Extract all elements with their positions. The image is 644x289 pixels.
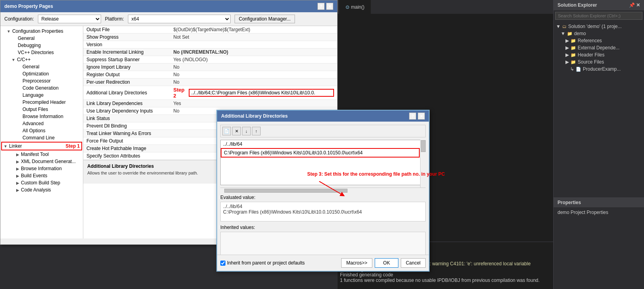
se-producer-example[interactable]: ↳ 📄 ProducerExamp... xyxy=(554,66,644,73)
lib-down-button[interactable]: ↓ xyxy=(242,127,251,135)
prop-name: Use Library Dependency Inputs xyxy=(83,107,170,115)
prop-value-highlighted[interactable]: Step 2 xyxy=(170,86,337,100)
tree-vcpp-dirs[interactable]: VC++ Directories xyxy=(0,49,83,56)
tree-xml-doc[interactable]: XML Document Generat... xyxy=(0,158,83,165)
tree-advanced[interactable]: Advanced xyxy=(0,120,83,127)
tree-build-events-label: Build Events xyxy=(21,173,47,178)
se-solution-label: Solution 'demo' (1 proje... xyxy=(568,24,621,29)
tree-cpp[interactable]: C/C++ xyxy=(0,56,83,63)
tree-optimization[interactable]: Optimization xyxy=(0,70,83,77)
se-external-deps[interactable]: ▶ 📁 External Depende... xyxy=(554,44,644,51)
output-line6: Finished generating code xyxy=(340,272,551,278)
lib-dialog-footer: Inherit from parent or project defaults … xyxy=(217,255,429,271)
tree-config-properties[interactable]: Configuration Properties xyxy=(0,28,83,35)
tree-precompiled-header[interactable]: Precompiled Header xyxy=(0,99,83,106)
prop-name: Link Status xyxy=(83,115,170,122)
tree-cmd-line-label: Command Line xyxy=(23,135,54,141)
tree-code-analysis[interactable]: Code Analysis xyxy=(0,186,83,193)
lib-list[interactable]: ../../lib/64 C:\Program Files (x86)\Wind… xyxy=(220,140,426,185)
prop-name: Prevent Dll Binding xyxy=(83,122,170,130)
tree-advanced-label: Advanced xyxy=(23,121,43,126)
additional-lib-dirs-input[interactable] xyxy=(189,89,334,97)
header-files-icon: 📁 xyxy=(571,53,576,58)
cpp-arrow xyxy=(11,58,15,62)
prop-name: Register Output xyxy=(83,71,170,79)
vs-tab-label: main() xyxy=(351,4,364,10)
tree-code-generation[interactable]: Code Generation xyxy=(0,84,83,92)
lib-list-item[interactable]: ../../lib/64 xyxy=(221,140,420,148)
tree-browse-info2[interactable]: Browse Information xyxy=(0,165,83,172)
macros-button[interactable]: Macros>> xyxy=(341,258,372,268)
tree-precomp-label: Precompiled Header xyxy=(23,99,66,105)
tree-build-events[interactable]: Build Events xyxy=(0,172,83,179)
lib-new-button[interactable]: 📄 xyxy=(222,127,231,135)
close-button[interactable]: ✕ xyxy=(326,3,333,10)
tree-code-gen-label: Code Generation xyxy=(23,85,58,91)
lib-scrollbar-v xyxy=(420,140,426,188)
se-producer-label: ProducerExamp... xyxy=(583,66,621,72)
manifest-tool-arrow xyxy=(16,152,19,157)
se-solution[interactable]: ▼ 🗂 Solution 'demo' (1 proje... xyxy=(554,23,644,30)
tree-general[interactable]: General xyxy=(0,35,83,42)
se-references[interactable]: ▶ 📁 References xyxy=(554,37,644,44)
lib-help-button[interactable]: ? xyxy=(409,113,416,120)
tree-panel: Configuration Properties General Debuggi… xyxy=(0,26,83,238)
lib-list-item-highlighted[interactable]: C:\Program Files (x86)\Windows Kits\10\L… xyxy=(221,148,420,158)
prop-name: Specify Section Attributes xyxy=(83,152,170,160)
lib-up-button[interactable]: ↑ xyxy=(252,127,261,135)
tree-debugging-label: Debugging xyxy=(18,43,41,48)
se-references-label: References xyxy=(578,38,602,43)
prop-value: Yes (/NOLOGO) xyxy=(170,56,337,64)
lib-dialog-content: 📄 ✕ ↓ ↑ ../../lib/64 C:\Program Files (x… xyxy=(217,122,429,263)
tree-browse-info2-label: Browse Information xyxy=(21,166,62,171)
tree-custom-build-label: Custom Build Step xyxy=(21,180,60,186)
inherit-checkbox[interactable] xyxy=(220,261,225,266)
vs-tab-icon: ⊙ xyxy=(345,4,349,10)
configuration-select[interactable]: Release xyxy=(38,15,101,23)
tree-language[interactable]: Language xyxy=(0,92,83,99)
se-project-demo[interactable]: ▼ 📁 demo xyxy=(554,30,644,37)
eval-line2: C:\Program Files (x86)\Windows Kits\10\L… xyxy=(223,209,423,215)
lib-scrollbar-thumb[interactable] xyxy=(421,140,426,152)
tree-output-files[interactable]: Output Files xyxy=(0,106,83,113)
se-ext-deps-label: External Depende... xyxy=(578,45,620,51)
tree-manifest-tool[interactable]: Manifest Tool xyxy=(0,151,83,158)
se-close-button[interactable]: ✕ xyxy=(636,2,640,8)
eval-line1: ../../lib/64 xyxy=(223,204,423,209)
inherited-section: Inherited values: xyxy=(220,225,426,259)
tree-command-line[interactable]: Command Line xyxy=(0,134,83,141)
tree-custom-build[interactable]: Custom Build Step xyxy=(0,179,83,186)
titlebar-buttons: ? ✕ xyxy=(317,3,333,10)
se-header-files[interactable]: ▶ 📁 Header Files xyxy=(554,51,644,58)
header-files-arrow: ▶ xyxy=(565,52,569,58)
solution-explorer: Solution Explorer 📌 ✕ ▼ 🗂 Solution 'demo… xyxy=(553,0,644,197)
tree-browse-info[interactable]: Browse Information xyxy=(0,113,83,120)
ok-button[interactable]: OK xyxy=(375,258,398,268)
platform-select[interactable]: x64 xyxy=(128,15,231,23)
browse-info2-arrow xyxy=(16,167,19,171)
prop-name: Version xyxy=(83,41,170,49)
config-manager-button[interactable]: Configuration Manager... xyxy=(235,15,295,23)
tree-preprocessor[interactable]: Preprocessor xyxy=(0,77,83,84)
vs-tab-main[interactable]: ⊙ main() xyxy=(339,0,371,14)
se-pin-button[interactable]: 📌 xyxy=(629,2,635,8)
properties-content: demo Project Properties xyxy=(554,207,644,218)
tree-debugging[interactable]: Debugging xyxy=(0,42,83,49)
step3-label: Step 3: Set this for the corresponding f… xyxy=(307,171,445,177)
table-row: Register Output No xyxy=(83,71,337,79)
se-search-input[interactable] xyxy=(555,12,642,20)
tree-cpp-general[interactable]: General xyxy=(0,63,83,70)
tree-linker[interactable]: Linker Step 1 xyxy=(1,142,82,150)
table-row: Ignore Import Library No xyxy=(83,64,337,71)
lib-close-button[interactable]: ✕ xyxy=(418,113,425,120)
cancel-button[interactable]: Cancel xyxy=(401,258,426,268)
se-source-files[interactable]: ▶ 📁 Source Files xyxy=(554,58,644,66)
lib-delete-button[interactable]: ✕ xyxy=(232,127,241,135)
dialog-toolbar: Configuration: Release Platform: x64 Con… xyxy=(0,12,337,26)
properties-header: Properties xyxy=(554,198,644,207)
tree-all-options[interactable]: All Options xyxy=(0,127,83,134)
prop-name: Link Library Dependencies xyxy=(83,100,170,107)
tree-all-options-label: All Options xyxy=(23,128,45,133)
step1-label: Step 1 xyxy=(66,143,80,149)
help-button[interactable]: ? xyxy=(317,3,325,10)
